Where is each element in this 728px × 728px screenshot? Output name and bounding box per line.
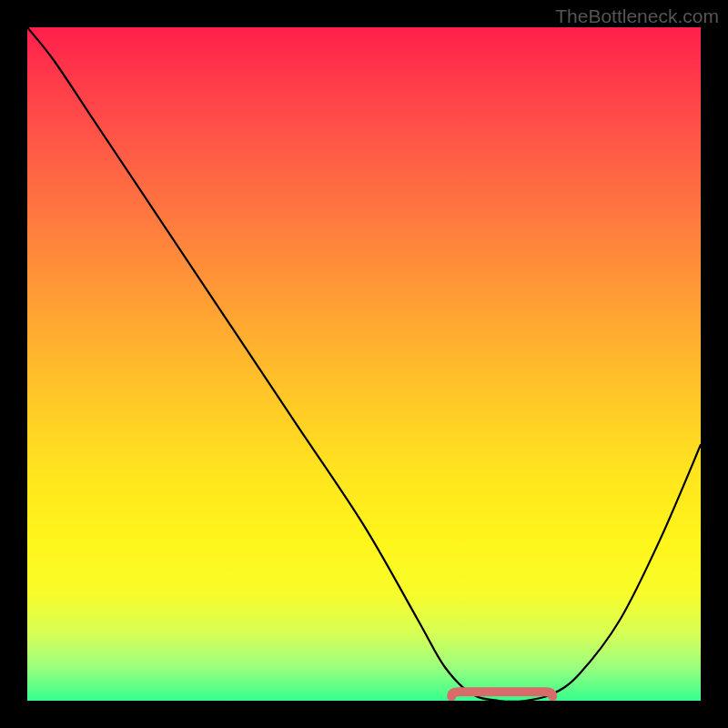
chart-svg bbox=[27, 27, 701, 701]
optimal-band-path bbox=[451, 692, 552, 696]
plot-area bbox=[27, 27, 701, 701]
watermark: TheBottleneck.com bbox=[555, 5, 719, 27]
bottleneck-curve-path bbox=[27, 27, 701, 701]
